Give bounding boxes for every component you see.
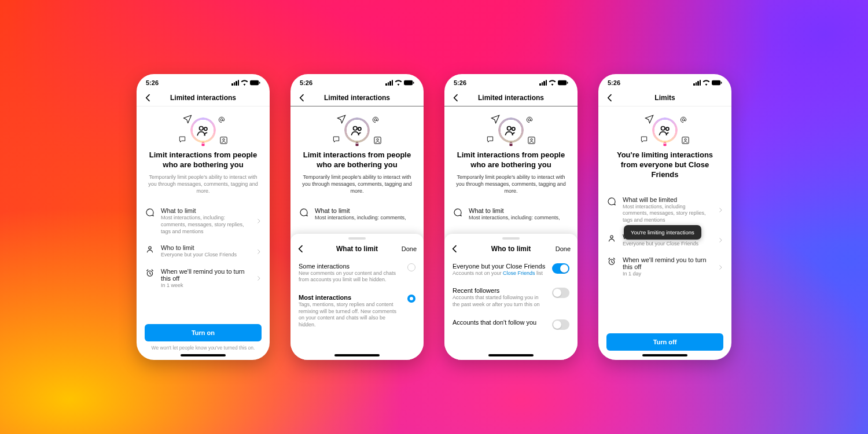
option-title: Some interactions xyxy=(299,263,402,270)
row-sub: In 1 day xyxy=(623,271,712,278)
row-title: Who to limit xyxy=(161,244,250,251)
person-frame-icon xyxy=(681,136,690,145)
row-reminder[interactable]: When we'll remind you to turn this offIn… xyxy=(598,252,731,282)
svg-rect-33 xyxy=(664,144,667,146)
done-button[interactable]: Done xyxy=(556,245,571,252)
phone-4: 5:26 Limits You're limiting interactions… xyxy=(598,74,731,360)
nav-title: Limited interactions xyxy=(170,94,236,102)
toggle-nonfollowers[interactable]: Accounts that don't follow you xyxy=(444,314,578,336)
clock-icon xyxy=(606,256,617,266)
sheet-back-button[interactable] xyxy=(296,244,306,253)
option-title: Most interactions xyxy=(299,294,402,301)
svg-rect-11 xyxy=(413,82,414,83)
status-indicators xyxy=(231,80,260,86)
home-indicator xyxy=(334,354,380,356)
row-sub: In 1 week xyxy=(161,282,250,289)
send-icon xyxy=(183,115,192,124)
svg-point-8 xyxy=(149,247,152,249)
row-what-to-limit[interactable]: What to limitMost interactions, includin… xyxy=(137,203,270,240)
chat-outline-icon xyxy=(145,207,155,217)
person-icon xyxy=(145,244,155,254)
option-some-interactions[interactable]: Some interactionsNew comments on your co… xyxy=(290,258,424,289)
phone-3: 5:26 Limited interactions Limit interact… xyxy=(444,74,578,360)
svg-point-28 xyxy=(682,119,685,121)
person-icon xyxy=(606,233,617,243)
wifi-icon xyxy=(241,80,248,86)
people-icon xyxy=(196,123,211,138)
wifi-icon xyxy=(703,80,710,86)
clock-icon xyxy=(145,268,155,278)
hero-heading: Limit interactions from people who are b… xyxy=(147,150,259,170)
turn-on-button[interactable]: Turn on xyxy=(145,324,262,341)
settings-list: What will be limitedMost interactions, i… xyxy=(598,189,731,285)
svg-rect-27 xyxy=(721,82,722,83)
chevron-right-icon xyxy=(256,275,262,281)
option-most-interactions[interactable]: Most interactionsTags, mentions, story r… xyxy=(290,289,424,334)
svg-point-5 xyxy=(200,127,204,131)
chevron-right-icon xyxy=(718,207,723,213)
sheet-title: What to limit xyxy=(336,245,378,253)
svg-point-4 xyxy=(223,139,225,141)
row-sub: Everyone but your Close Friends xyxy=(161,252,250,259)
toggle-switch-off[interactable] xyxy=(552,288,569,298)
hero-section: Limit interactions from people who are b… xyxy=(137,106,270,200)
toggle-title: Recent followers xyxy=(453,287,546,294)
svg-rect-10 xyxy=(404,80,413,85)
lock-icon xyxy=(200,141,206,147)
svg-point-6 xyxy=(204,127,207,130)
chevron-right-icon xyxy=(256,218,262,224)
svg-point-16 xyxy=(358,127,361,130)
svg-rect-19 xyxy=(567,82,568,83)
svg-point-31 xyxy=(661,127,665,131)
toast-notification: You're limiting interactions xyxy=(624,225,701,240)
toggle-switch-on[interactable] xyxy=(552,263,569,274)
gradient-background: 5:26 Limited interactions Limit interact… xyxy=(0,0,868,434)
people-icon xyxy=(657,123,672,138)
cellular-icon xyxy=(693,80,701,86)
row-what-limited[interactable]: What will be limitedMost interactions, i… xyxy=(598,192,731,229)
sheet-title: Who to limit xyxy=(491,245,531,253)
svg-rect-25 xyxy=(510,144,513,146)
row-reminder[interactable]: When we'll remind you to turn this offIn… xyxy=(137,263,270,294)
toggle-sub: Accounts not on your Close Friends list xyxy=(453,270,546,277)
radio-checked[interactable] xyxy=(407,295,415,303)
svg-rect-18 xyxy=(558,80,567,85)
turn-off-button[interactable]: Turn off xyxy=(606,333,723,351)
send-icon xyxy=(645,115,654,124)
hero-illustration xyxy=(640,115,690,146)
close-friends-link[interactable]: Close Friends xyxy=(503,270,535,276)
svg-point-14 xyxy=(377,139,378,141)
status-bar: 5:26 xyxy=(137,74,270,89)
battery-icon xyxy=(712,80,722,86)
svg-point-30 xyxy=(685,139,686,141)
hero-illustration xyxy=(178,115,228,146)
radio-unchecked[interactable] xyxy=(407,263,415,271)
sheet-back-button[interactable] xyxy=(450,244,459,253)
toggle-recent-followers[interactable]: Recent followersAccounts that started fo… xyxy=(444,282,578,314)
cta-footnote: We won't let people know you've turned t… xyxy=(145,345,262,351)
svg-rect-21 xyxy=(528,137,535,144)
svg-point-15 xyxy=(354,127,358,131)
svg-point-22 xyxy=(531,139,532,141)
toggle-title: Everyone but your Close Friends xyxy=(453,263,546,270)
chevron-right-icon xyxy=(718,237,723,243)
row-who-to-limit[interactable]: Who to limitEveryone but your Close Frie… xyxy=(137,240,270,263)
row-sub: Most interactions, including: comments, … xyxy=(161,215,250,235)
toggle-title: Accounts that don't follow you xyxy=(453,319,546,326)
sheet-nav: What to limit Done xyxy=(290,240,424,258)
sheet-nav: Who to limit Done xyxy=(444,240,578,258)
nav-bar: Limited interactions xyxy=(137,89,270,106)
toggle-close-friends[interactable]: Everyone but your Close Friends Accounts… xyxy=(444,258,578,283)
svg-rect-26 xyxy=(712,80,720,85)
svg-rect-7 xyxy=(202,144,205,146)
svg-point-23 xyxy=(507,127,512,131)
svg-rect-13 xyxy=(374,137,381,144)
toggle-switch-off[interactable] xyxy=(552,319,569,330)
back-button[interactable] xyxy=(141,91,155,105)
back-button[interactable] xyxy=(603,91,617,105)
at-icon xyxy=(679,116,687,124)
svg-point-12 xyxy=(374,119,377,121)
done-button[interactable]: Done xyxy=(402,245,417,252)
phone-2: 5:26 Limited interactions Limit interact… xyxy=(290,74,424,360)
settings-list: What to limitMost interactions, includin… xyxy=(137,200,270,296)
